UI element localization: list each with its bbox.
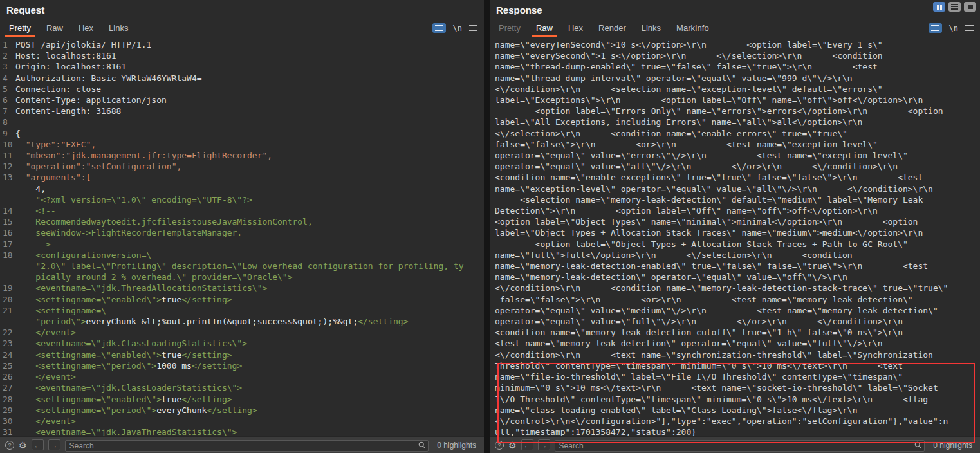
response-code-line: Detection\">\r\n <option label=\"Off\" n… [490,205,980,216]
layout-single-button[interactable] [964,2,976,12]
tab-hex[interactable]: Hex [560,19,591,37]
response-code-line: <\/condition>\r\n <selection name=\"exce… [490,84,980,95]
help-icon[interactable]: ? [5,441,14,450]
request-code-line: "<?xml version=\"1.0\" encoding=\"UTF-8\… [0,194,484,205]
response-code-line: name=\"class-loading-enabled\" label=\"C… [490,405,980,416]
response-code-line: name=\"thread-dump-enabled\" true=\"fals… [490,61,980,72]
newline-toggle[interactable]: \n [949,24,958,33]
request-code-line: 12 "operation":"setConfiguration", [0,161,484,172]
response-code-line: <selection name=\"memory-leak-detection\… [490,194,980,205]
menu-icon[interactable] [965,25,974,32]
prev-match-button[interactable]: ← [521,439,533,450]
response-code-line: Threshold\" contentType=\"timespan\" min… [490,360,980,371]
line-number: 26 [0,371,15,382]
request-code-line: 29 <settingname=\"period\">everyChunk</s… [0,405,484,416]
word-wrap-icon[interactable] [432,23,446,33]
response-code-line: false=\"false\">\r\n <or>\r\n <test name… [490,139,980,150]
gear-icon[interactable]: ⚙ [19,441,27,450]
line-number: 3 [0,61,15,72]
request-code-line: 19 <eventname=\"jdk.ThreadAllocationStat… [0,282,484,293]
response-searchbar: ? ⚙ ← → 0 highlights [490,436,980,453]
request-editor[interactable]: 1POST /api/jolokia/ HTTP/1.12Host: local… [0,37,484,436]
response-viewer[interactable]: name=\"everyTenSecond\">10 s<\/option>\r… [490,37,980,436]
response-code-line: <\/condition>\r\n <text name=\"synchroni… [490,349,980,360]
response-code-line: <\/condition>\r\n <condition name=\"memo… [490,282,980,293]
request-tabs: PrettyRawHexLinks [1,19,136,37]
request-code-line: 21 <settingname=\ [0,305,484,316]
request-code-line: 30 </event> [0,416,484,427]
line-number: 5 [0,84,15,95]
response-code-line: name=\"full\">full<\/option>\r\n <\/sele… [490,250,980,261]
help-icon[interactable]: ? [495,441,504,450]
response-code-line: operator=\"equal\" value=\"all\"\/>\r\n … [490,161,980,172]
line-number: 8 [0,116,15,127]
layout-rows-button[interactable] [948,2,961,12]
request-searchbar: ? ⚙ ← → 0 highlights [0,436,484,453]
request-code-line: 25 <settingname=\"period\">1000 ms</sett… [0,360,484,371]
response-code-line: name=\"everyTenSecond\">10 s<\/option>\r… [490,39,980,50]
response-code-line: <condition name=\"enable-exceptions\" tr… [490,172,980,183]
line-number: 15 [0,216,15,227]
response-code-line: ull,"timestamp":1701358472,"status":200} [490,427,980,436]
line-number: 27 [0,382,15,393]
request-code-line: 16 seeWindow->FlightRecorderTemplateMana… [0,227,484,238]
next-match-button[interactable]: → [48,439,60,450]
word-wrap-icon[interactable] [929,23,942,33]
response-code-line: name=\"file-io-threshold\" label=\"File … [490,371,980,382]
search-field-wrap [555,439,925,451]
line-number: 11 [0,150,15,161]
request-code-line: 22 </event> [0,327,484,338]
tab-links[interactable]: Links [634,19,669,37]
line-number: 6 [0,95,15,106]
tab-hex[interactable]: Hex [71,19,101,37]
response-code-line: I\/O Threshold\" contentType=\"timespan\… [490,394,980,405]
next-match-button[interactable]: → [538,439,550,450]
line-number: 10 [0,139,15,150]
highlights-count: 0 highlights [929,441,975,450]
tab-raw[interactable]: Raw [39,19,71,37]
gear-icon[interactable]: ⚙ [508,441,517,450]
line-number: 21 [0,305,15,316]
repeater-workspace: Request PrettyRawHexLinks \n 1POST /api/… [0,0,980,453]
request-code-line: 3Origin: localhost:8161 [0,61,484,72]
tab-raw[interactable]: Raw [528,19,560,37]
layout-columns-button[interactable] [933,2,945,12]
highlights-count: 0 highlights [433,441,479,450]
request-code-line: 10 "type":"EXEC", [0,139,484,150]
search-input[interactable] [65,440,429,452]
request-code-line: 11 "mbean":"jdk.management.jfr:type=Flig… [0,150,484,161]
response-editor-tools: \n [929,19,979,37]
request-code-line: 8 [0,116,484,127]
response-code-line: minimum=\"0 s\">10 ms<\/text>\r\n <text … [490,382,980,393]
line-number: 1 [0,39,15,50]
response-title: Response [496,5,542,15]
prev-match-button[interactable]: ← [32,439,44,450]
tab-pretty[interactable]: Pretty [1,19,39,37]
line-number: 31 [0,427,15,436]
line-number: 24 [0,349,15,360]
request-code-line: 24 <settingname=\"enabled\">true</settin… [0,349,484,360]
line-number: 16 [0,227,15,238]
tab-render[interactable]: Render [591,19,634,37]
line-number: 30 [0,416,15,427]
response-code-line: label=\"Exceptions\">\r\n <option label=… [490,95,980,106]
menu-icon[interactable] [469,25,477,32]
line-number [0,194,15,205]
line-number: 2 [0,50,15,61]
tab-markinfo[interactable]: MarkInfo [669,19,717,37]
response-code-line: false=\"false\">\r\n <or>\r\n <test name… [490,294,980,305]
line-number: 13 [0,172,15,183]
request-title: Request [6,5,44,15]
response-code-line: operator=\"equal\" value=\"errors\"\/>\r… [490,150,980,161]
tab-pretty[interactable]: Pretty [491,19,528,37]
response-code-line: name=\"memory-leak-detection-enabled\" t… [490,261,980,272]
request-code-line: 17 --> [0,239,484,250]
line-number: 18 [0,250,15,261]
search-input[interactable] [555,440,925,452]
line-number: 22 [0,327,15,338]
tab-links[interactable]: Links [101,19,136,37]
response-header: Response [490,0,980,19]
request-code-line: 14 <!-- [0,205,484,216]
newline-toggle[interactable]: \n [453,24,462,33]
search-icon [418,441,426,449]
